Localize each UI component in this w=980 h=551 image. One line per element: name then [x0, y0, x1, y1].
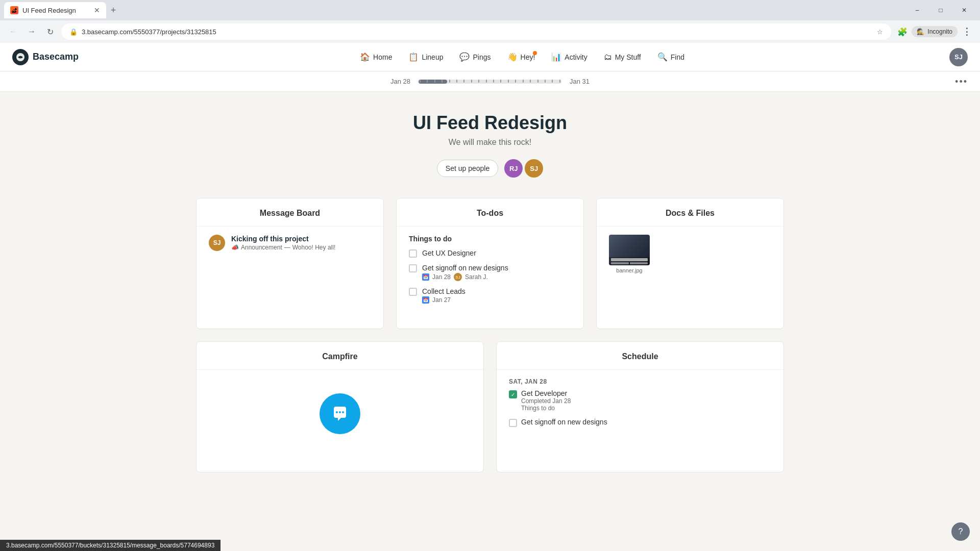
member-avatar-sj[interactable]: SJ — [525, 159, 543, 178]
tab-title: UI Feed Redesign — [22, 7, 90, 14]
schedule-checkbox-1[interactable]: ✓ — [509, 390, 517, 398]
top-cards-grid: Message Board SJ Kicking off this projec… — [196, 198, 784, 329]
campfire-body[interactable] — [197, 370, 483, 472]
project-people: Set up people RJ SJ — [196, 159, 784, 178]
schedule-event-1[interactable]: ✓ Get Developer Completed Jan 28 Things … — [509, 389, 771, 412]
todos-body: Things to do Get UX Designer Get signoff… — [397, 227, 583, 329]
todo-text-2: Get signoff on new designs — [422, 264, 571, 272]
todo-item-3[interactable]: Collect Leads 📅 Jan 27 — [409, 287, 571, 304]
nav-items: 🏠 Home 📋 Lineup 💬 Pings 👋 Hey! 📊 Activit… — [95, 48, 949, 66]
pings-icon: 💬 — [459, 52, 470, 62]
schedule-checkbox-2[interactable] — [509, 419, 517, 427]
menu-button[interactable]: ⋮ — [960, 24, 974, 39]
message-board-title[interactable]: Message Board — [197, 198, 383, 227]
user-avatar[interactable]: SJ — [949, 48, 968, 66]
tab-favicon: 🏕 — [10, 6, 18, 14]
todo-date-3: Jan 27 — [432, 296, 451, 304]
todo-item-1[interactable]: Get UX Designer — [409, 249, 571, 258]
svg-point-1 — [336, 411, 338, 413]
message-content: Kicking off this project 📣 Announcement … — [231, 235, 371, 251]
schedule-item-1: ✓ Get Developer Completed Jan 28 Things … — [509, 389, 771, 412]
todo-checkbox-3[interactable] — [409, 288, 417, 296]
back-button[interactable]: ← — [6, 24, 20, 39]
todo-checkbox-1[interactable] — [409, 249, 417, 258]
tab-close-button[interactable]: ✕ — [94, 6, 100, 14]
timeline-bar: Jan 28 — [0, 71, 980, 92]
file-thumbnail — [609, 235, 650, 265]
file-item-banner[interactable]: banner.jpg — [609, 235, 650, 273]
todo-checkbox-2[interactable] — [409, 264, 417, 272]
extensions-button[interactable]: 🧩 — [895, 24, 910, 39]
todo-text-1: Get UX Designer — [422, 249, 571, 257]
project-title: UI Feed Redesign — [196, 112, 784, 134]
set-up-people-button[interactable]: Set up people — [437, 160, 498, 177]
todo-meta-2: 📅 Jan 28 SJ Sarah J. — [422, 273, 571, 281]
timeline-end: Jan 31 — [570, 78, 590, 85]
schedule-body: SAT, JAN 28 ✓ Get Developer Completed Ja… — [497, 370, 783, 472]
nav-lineup[interactable]: 📋 Lineup — [401, 48, 450, 66]
minimize-button[interactable]: – — [905, 0, 929, 20]
new-tab-button[interactable]: + — [106, 3, 120, 17]
timeline-more-button[interactable]: ••• — [955, 76, 968, 87]
campfire-icon-wrap — [209, 378, 471, 444]
message-meta: 📣 Announcement — Wohoo! Hey all! — [231, 244, 371, 251]
schedule-event-2[interactable]: Get signoff on new designs — [509, 418, 771, 427]
campfire-title[interactable]: Campfire — [197, 342, 483, 370]
timeline-start: Jan 28 — [390, 78, 410, 85]
docs-body: banner.jpg — [597, 227, 783, 329]
calendar-icon-2: 📅 — [422, 273, 429, 281]
timeline-track — [419, 80, 561, 84]
todos-title[interactable]: To-dos — [397, 198, 583, 227]
reload-button[interactable]: ↻ — [43, 24, 57, 39]
schedule-event-name-1: Get Developer — [521, 389, 571, 397]
schedule-event-name-2: Get signoff on new designs — [521, 418, 607, 426]
schedule-event-detail-2: Get signoff on new designs — [521, 418, 607, 426]
main-content: UI Feed Redesign We will make this rock!… — [184, 92, 796, 493]
message-board-card: Message Board SJ Kicking off this projec… — [196, 198, 384, 329]
close-window-button[interactable]: ✕ — [952, 0, 976, 20]
activity-icon: 📊 — [551, 52, 561, 62]
logo[interactable]: Basecamp — [12, 49, 79, 65]
todo-text-wrap-3: Collect Leads 📅 Jan 27 — [422, 287, 571, 304]
nav-mystuff[interactable]: 🗂 My Stuff — [597, 48, 648, 66]
schedule-card: Schedule SAT, JAN 28 ✓ Get Developer Com… — [496, 341, 784, 472]
todos-list-name: Things to do — [409, 235, 571, 243]
file-grid: banner.jpg — [609, 235, 771, 273]
schedule-item-2: Get signoff on new designs — [509, 418, 771, 427]
nav-pings[interactable]: 💬 Pings — [452, 48, 498, 66]
bookmark-icon[interactable]: ☆ — [877, 28, 883, 36]
nav-hey[interactable]: 👋 Hey! — [500, 48, 543, 66]
address-text: 3.basecamp.com/5550377/projects/31325815 — [82, 28, 873, 36]
todo-item-2[interactable]: Get signoff on new designs 📅 Jan 28 SJ S… — [409, 264, 571, 281]
maximize-button[interactable]: □ — [929, 0, 952, 20]
bottom-cards-grid: Campfire Schedule SAT, — [196, 341, 784, 472]
schedule-date-header: SAT, JAN 28 — [509, 378, 771, 385]
hey-notification-dot — [533, 51, 537, 55]
todo-text-wrap-1: Get UX Designer — [422, 249, 571, 257]
address-bar[interactable]: 🔒 3.basecamp.com/5550377/projects/313258… — [61, 23, 891, 40]
find-icon: 🔍 — [657, 52, 668, 62]
announcement-icon: 📣 — [231, 244, 239, 251]
member-avatar-rj[interactable]: RJ — [504, 159, 523, 178]
message-item[interactable]: SJ Kicking off this project 📣 Announceme… — [209, 235, 371, 251]
browser-tab[interactable]: 🏕 UI Feed Redesign ✕ — [4, 2, 106, 18]
svg-point-3 — [342, 411, 344, 413]
docs-title[interactable]: Docs & Files — [597, 198, 783, 227]
browser-actions: 🧩 🕵 Incognito ⋮ — [895, 24, 974, 39]
forward-button[interactable]: → — [24, 24, 39, 39]
nav-find[interactable]: 🔍 Find — [650, 48, 692, 66]
browser-toolbar: ← → ↻ 🔒 3.basecamp.com/5550377/projects/… — [0, 20, 980, 43]
lineup-icon: 📋 — [408, 52, 419, 62]
calendar-icon-3: 📅 — [422, 296, 429, 304]
assignee-avatar-2: SJ — [454, 273, 462, 281]
logo-icon — [12, 49, 29, 65]
todos-card: To-dos Things to do Get UX Designer Get … — [396, 198, 584, 329]
todo-assignee-2: Sarah J. — [465, 273, 488, 281]
home-icon: 🏠 — [360, 52, 370, 62]
schedule-title[interactable]: Schedule — [497, 342, 783, 370]
project-subtitle: We will make this rock! — [196, 138, 784, 147]
file-thumb-image — [609, 235, 650, 265]
campfire-chat-icon — [320, 393, 360, 434]
nav-home[interactable]: 🏠 Home — [353, 48, 399, 66]
nav-activity[interactable]: 📊 Activity — [544, 48, 594, 66]
